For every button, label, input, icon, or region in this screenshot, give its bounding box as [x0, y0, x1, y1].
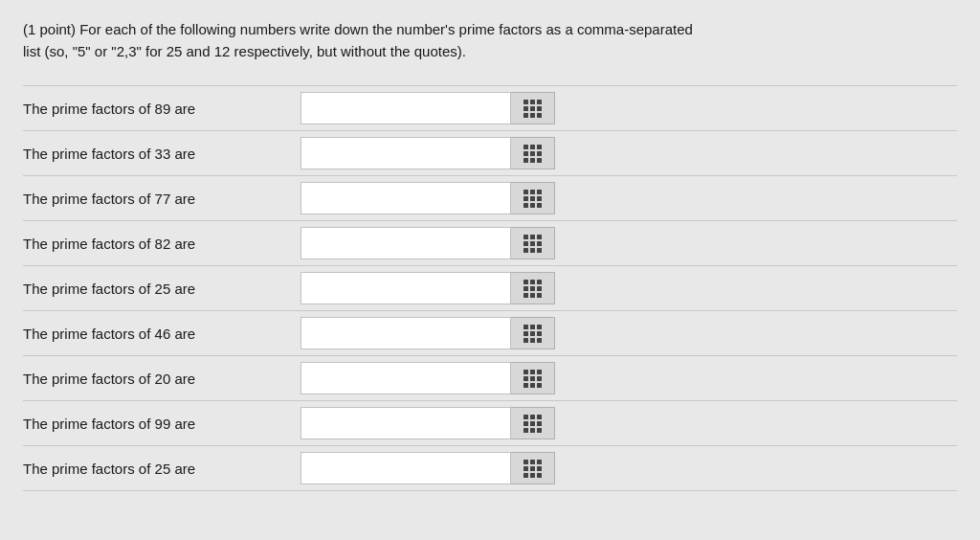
question-label-2: The prime factors of 33 are [23, 146, 301, 162]
grid-dot [523, 286, 528, 291]
question-label-9: The prime factors of 25 are [23, 461, 301, 477]
grid-dot [537, 113, 542, 118]
grid-dot [530, 286, 535, 291]
answer-input-5[interactable] [301, 272, 511, 304]
grid-button-1[interactable] [511, 92, 555, 124]
grid-dot [537, 106, 542, 111]
grid-button-9[interactable] [511, 452, 555, 484]
grid-dot [523, 325, 528, 329]
question-label-5: The prime factors of 25 are [23, 281, 301, 297]
question-label-1: The prime factors of 89 are [23, 101, 301, 117]
grid-dot [523, 235, 528, 239]
grid-dot [537, 460, 542, 464]
grid-dot [530, 383, 535, 388]
instructions-label: (1 point) For each of the following numb… [23, 21, 693, 59]
question-label-7: The prime factors of 20 are [23, 371, 301, 387]
grid-icon-7 [523, 370, 542, 388]
grid-dot [523, 338, 528, 343]
question-row: The prime factors of 33 are [23, 130, 957, 175]
grid-button-2[interactable] [511, 137, 555, 169]
answer-input-8[interactable] [301, 407, 511, 439]
grid-dot [523, 203, 528, 208]
grid-dot [530, 415, 535, 419]
grid-dot [537, 325, 542, 329]
grid-dot [537, 280, 542, 284]
answer-input-4[interactable] [301, 227, 511, 259]
question-list: The prime factors of 89 areThe prime fac… [23, 85, 957, 491]
grid-button-3[interactable] [511, 182, 555, 214]
grid-dot [523, 196, 528, 201]
answer-input-7[interactable] [301, 362, 511, 394]
grid-dot [537, 338, 542, 343]
question-label-3: The prime factors of 77 are [23, 191, 301, 207]
question-row: The prime factors of 25 are [23, 265, 957, 310]
grid-dot [530, 190, 535, 194]
grid-dot [523, 106, 528, 111]
grid-button-6[interactable] [511, 317, 555, 349]
answer-input-1[interactable] [301, 92, 511, 124]
grid-dot [537, 286, 542, 291]
grid-icon-5 [523, 280, 542, 298]
grid-dot [537, 331, 542, 336]
grid-icon-6 [523, 325, 542, 343]
grid-button-5[interactable] [511, 272, 555, 304]
answer-input-3[interactable] [301, 182, 511, 214]
grid-dot [530, 151, 535, 156]
grid-dot [523, 145, 528, 149]
grid-dot [537, 203, 542, 208]
grid-dot [537, 421, 542, 426]
grid-dot [537, 241, 542, 246]
grid-dot [523, 293, 528, 298]
grid-icon-2 [523, 145, 542, 163]
grid-dot [523, 248, 528, 253]
grid-dot [523, 428, 528, 433]
grid-dot [530, 473, 535, 478]
grid-button-7[interactable] [511, 362, 555, 394]
grid-dot [530, 421, 535, 426]
grid-dot [523, 376, 528, 381]
grid-dot [530, 145, 535, 149]
grid-dot [523, 190, 528, 194]
question-row: The prime factors of 20 are [23, 355, 957, 400]
grid-dot [537, 248, 542, 253]
grid-dot [530, 466, 535, 471]
question-row: The prime factors of 77 are [23, 175, 957, 220]
grid-dot [537, 466, 542, 471]
grid-dot [523, 466, 528, 471]
grid-dot [523, 460, 528, 464]
grid-button-4[interactable] [511, 227, 555, 259]
grid-dot [537, 158, 542, 163]
grid-dot [523, 415, 528, 419]
grid-dot [537, 428, 542, 433]
grid-dot [537, 100, 542, 104]
grid-dot [523, 158, 528, 163]
answer-input-9[interactable] [301, 452, 511, 484]
grid-dot [530, 293, 535, 298]
grid-button-8[interactable] [511, 407, 555, 439]
grid-icon-1 [523, 100, 542, 118]
grid-dot [523, 473, 528, 478]
grid-dot [523, 331, 528, 336]
question-label-8: The prime factors of 99 are [23, 416, 301, 432]
question-row: The prime factors of 46 are [23, 310, 957, 355]
grid-dot [537, 415, 542, 419]
grid-icon-4 [523, 235, 542, 253]
grid-dot [530, 460, 535, 464]
grid-dot [530, 113, 535, 118]
grid-dot [523, 421, 528, 426]
answer-input-2[interactable] [301, 137, 511, 169]
instructions-text: (1 point) For each of the following numb… [23, 19, 693, 62]
answer-input-6[interactable] [301, 317, 511, 349]
question-row: The prime factors of 99 are [23, 400, 957, 445]
grid-dot [530, 325, 535, 329]
grid-dot [537, 473, 542, 478]
grid-dot [530, 428, 535, 433]
question-label-4: The prime factors of 82 are [23, 236, 301, 252]
grid-dot [537, 196, 542, 201]
grid-icon-3 [523, 190, 542, 208]
question-label-6: The prime factors of 46 are [23, 326, 301, 342]
grid-dot [523, 370, 528, 374]
question-row: The prime factors of 82 are [23, 220, 957, 265]
grid-dot [537, 190, 542, 194]
grid-dot [537, 151, 542, 156]
